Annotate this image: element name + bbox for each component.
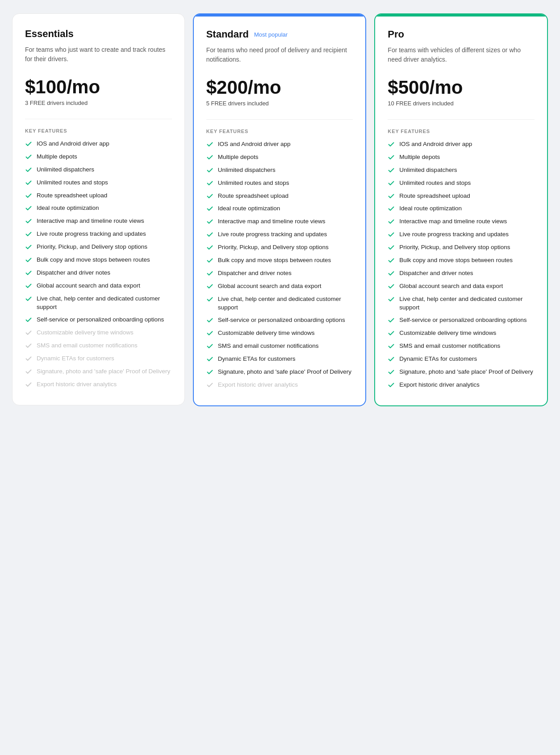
feature-text-pro-8: Priority, Pickup, and Delivery stop opti… bbox=[399, 243, 510, 252]
feature-text-standard-2: Unlimited dispatchers bbox=[218, 166, 276, 175]
check-icon-pro-15 bbox=[388, 342, 395, 350]
feature-item-standard-16: Dynamic ETAs for customers bbox=[206, 355, 353, 363]
feature-text-essentials-15: SMS and email customer notifications bbox=[37, 342, 138, 350]
feature-text-essentials-5: Ideal route optimization bbox=[37, 204, 99, 213]
check-icon-essentials-7 bbox=[25, 230, 32, 238]
feature-text-essentials-11: Global account search and data export bbox=[37, 282, 140, 290]
check-icon-standard-3 bbox=[206, 179, 213, 187]
feature-item-standard-0: IOS and Android driver app bbox=[206, 140, 353, 149]
plan-desc-essentials: For teams who just want to create and tr… bbox=[25, 45, 172, 67]
check-icon-standard-17 bbox=[206, 368, 213, 375]
feature-item-essentials-11: Global account search and data export bbox=[25, 282, 172, 290]
feature-text-pro-4: Route spreadsheet upload bbox=[399, 192, 470, 200]
feature-item-essentials-18: Export historic driver analytics bbox=[25, 380, 172, 389]
feature-item-pro-0: IOS and Android driver app bbox=[388, 140, 535, 149]
check-icon-standard-14 bbox=[206, 330, 213, 337]
feature-text-essentials-12: Live chat, help center and dedicated cus… bbox=[37, 295, 172, 312]
feature-item-pro-10: Dispatcher and driver notes bbox=[388, 269, 535, 278]
check-icon-essentials-9 bbox=[25, 256, 32, 263]
feature-text-pro-15: SMS and email customer notifications bbox=[399, 342, 500, 350]
feature-item-essentials-16: Dynamic ETAs for customers bbox=[25, 355, 172, 363]
plan-price-pro: $500/mo bbox=[388, 77, 535, 98]
plan-header-pro: Pro bbox=[388, 29, 535, 40]
check-icon-standard-2 bbox=[206, 167, 213, 174]
feature-text-essentials-7: Live route progress tracking and updates bbox=[37, 230, 146, 238]
check-icon-pro-4 bbox=[388, 192, 395, 200]
section-label-pro: KEY FEATURES bbox=[388, 129, 535, 134]
feature-item-standard-10: Dispatcher and driver notes bbox=[206, 269, 353, 278]
plan-name-essentials: Essentials bbox=[25, 28, 74, 40]
feature-text-essentials-10: Dispatcher and driver notes bbox=[37, 269, 110, 277]
check-icon-standard-16 bbox=[206, 355, 213, 363]
feature-text-essentials-0: IOS and Android driver app bbox=[37, 140, 109, 148]
feature-item-standard-6: Interactive map and timeline route views bbox=[206, 217, 353, 226]
feature-item-standard-7: Live route progress tracking and updates bbox=[206, 230, 353, 239]
divider-essentials bbox=[25, 119, 172, 119]
feature-item-standard-2: Unlimited dispatchers bbox=[206, 166, 353, 175]
feature-text-standard-17: Signature, photo and 'safe place' Proof … bbox=[218, 368, 351, 376]
check-icon-standard-12 bbox=[206, 296, 213, 303]
feature-item-pro-17: Signature, photo and 'safe place' Proof … bbox=[388, 368, 535, 376]
check-icon-essentials-6 bbox=[25, 217, 32, 225]
feature-item-pro-9: Bulk copy and move stops between routes bbox=[388, 256, 535, 265]
feature-text-essentials-6: Interactive map and timeline route views bbox=[37, 217, 144, 225]
feature-item-essentials-6: Interactive map and timeline route views bbox=[25, 217, 172, 225]
feature-text-essentials-16: Dynamic ETAs for customers bbox=[37, 355, 114, 363]
feature-item-essentials-2: Unlimited dispatchers bbox=[25, 166, 172, 174]
check-icon-essentials-1 bbox=[25, 153, 32, 160]
section-label-essentials: KEY FEATURES bbox=[25, 128, 172, 133]
plan-name-standard: Standard bbox=[206, 29, 249, 40]
feature-item-standard-14: Customizable delivery time windows bbox=[206, 329, 353, 338]
feature-text-essentials-13: Self-service or personalized onboarding … bbox=[37, 316, 164, 324]
check-icon-standard-13 bbox=[206, 317, 213, 324]
check-icon-pro-7 bbox=[388, 231, 395, 238]
feature-item-standard-4: Route spreadsheet upload bbox=[206, 192, 353, 200]
feature-text-standard-15: SMS and email customer notifications bbox=[218, 342, 319, 350]
feature-item-pro-1: Multiple depots bbox=[388, 153, 535, 162]
feature-item-pro-11: Global account search and data export bbox=[388, 282, 535, 291]
feature-text-standard-1: Multiple depots bbox=[218, 153, 259, 162]
check-icon-essentials-17 bbox=[25, 368, 32, 375]
feature-text-standard-8: Priority, Pickup, and Delivery stop opti… bbox=[218, 243, 329, 252]
check-icon-pro-0 bbox=[388, 141, 395, 148]
feature-item-standard-12: Live chat, help center and dedicated cus… bbox=[206, 295, 353, 312]
section-label-standard: KEY FEATURES bbox=[206, 129, 353, 134]
check-icon-standard-11 bbox=[206, 283, 213, 290]
feature-text-pro-13: Self-service or personalized onboarding … bbox=[399, 316, 527, 325]
feature-text-essentials-17: Signature, photo and 'safe place' Proof … bbox=[37, 367, 170, 376]
check-icon-pro-11 bbox=[388, 283, 395, 290]
feature-text-essentials-3: Unlimited routes and stops bbox=[37, 179, 108, 187]
plan-header-essentials: Essentials bbox=[25, 28, 172, 40]
feature-item-essentials-9: Bulk copy and move stops between routes bbox=[25, 256, 172, 264]
feature-item-essentials-1: Multiple depots bbox=[25, 153, 172, 161]
feature-text-essentials-2: Unlimited dispatchers bbox=[37, 166, 94, 174]
feature-list-essentials: IOS and Android driver appMultiple depot… bbox=[25, 140, 172, 389]
feature-item-essentials-3: Unlimited routes and stops bbox=[25, 179, 172, 187]
divider-pro bbox=[388, 119, 535, 120]
plan-card-standard: StandardMost popularFor teams who need p… bbox=[193, 13, 367, 406]
check-icon-standard-5 bbox=[206, 205, 213, 212]
plan-card-pro: ProFor teams with vehicles of different … bbox=[374, 13, 548, 406]
check-icon-essentials-5 bbox=[25, 204, 32, 212]
check-icon-standard-1 bbox=[206, 154, 213, 161]
check-icon-standard-7 bbox=[206, 231, 213, 238]
feature-text-pro-2: Unlimited dispatchers bbox=[399, 166, 457, 175]
feature-list-pro: IOS and Android driver appMultiple depot… bbox=[388, 140, 535, 389]
feature-text-standard-0: IOS and Android driver app bbox=[218, 140, 291, 149]
check-icon-essentials-14 bbox=[25, 329, 32, 336]
check-icon-standard-18 bbox=[206, 381, 213, 388]
feature-item-essentials-8: Priority, Pickup, and Delivery stop opti… bbox=[25, 243, 172, 251]
check-icon-pro-6 bbox=[388, 218, 395, 225]
feature-text-pro-11: Global account search and data export bbox=[399, 282, 503, 291]
feature-text-pro-14: Customizable delivery time windows bbox=[399, 329, 496, 338]
feature-item-pro-12: Live chat, help center and dedicated cus… bbox=[388, 295, 535, 312]
feature-item-essentials-17: Signature, photo and 'safe place' Proof … bbox=[25, 367, 172, 376]
feature-item-pro-6: Interactive map and timeline route views bbox=[388, 217, 535, 226]
check-icon-pro-3 bbox=[388, 179, 395, 187]
feature-item-standard-15: SMS and email customer notifications bbox=[206, 342, 353, 350]
check-icon-pro-1 bbox=[388, 154, 395, 161]
check-icon-essentials-3 bbox=[25, 179, 32, 186]
check-icon-pro-8 bbox=[388, 244, 395, 251]
feature-item-standard-13: Self-service or personalized onboarding … bbox=[206, 316, 353, 325]
feature-text-standard-14: Customizable delivery time windows bbox=[218, 329, 315, 338]
